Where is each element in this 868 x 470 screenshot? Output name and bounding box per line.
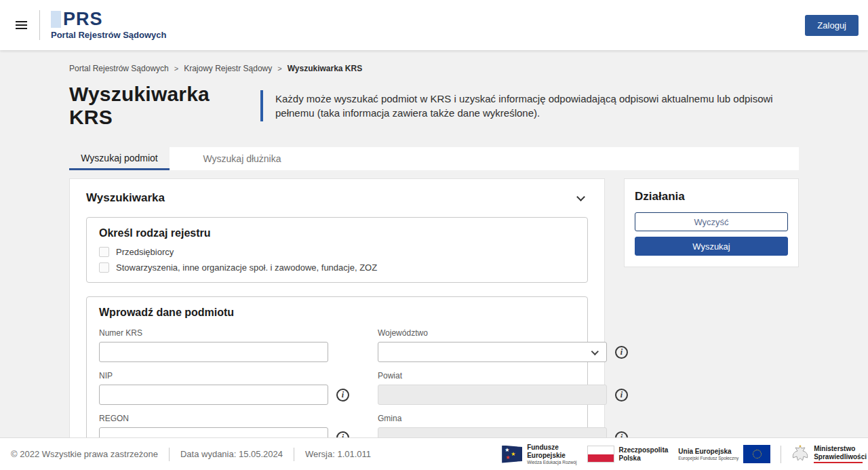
- checkbox-label: Stowarzyszenia, inne organizacje społ. i…: [116, 262, 377, 273]
- brand-name: Portal Rejestrów Sądowych: [51, 30, 167, 40]
- star-icon: ★: [511, 452, 515, 457]
- tab-wyszukaj-podmiot[interactable]: Wyszukaj podmiot: [69, 147, 170, 170]
- field-label: REGON: [99, 414, 351, 423]
- info-icon[interactable]: i: [336, 389, 349, 402]
- logo-unia-europejska: Unia Europejska Europejski Fundusz Społe…: [678, 445, 770, 463]
- info-icon[interactable]: i: [615, 431, 628, 438]
- field-label: Województwo: [378, 328, 628, 338]
- breadcrumb-link-portal[interactable]: Portal Rejestrów Sądowych: [69, 64, 169, 73]
- numer-krs-input[interactable]: [99, 342, 328, 362]
- footer-copyright: © 2022 Wszystkie prawa zastrzeżone: [11, 449, 169, 459]
- breadcrumb: Portal Rejestrów Sądowych > Krajowy Reje…: [69, 50, 799, 73]
- eagle-emblem-icon: [791, 445, 809, 464]
- prs-logo[interactable]: PRS Portal Rejestrów Sądowych: [51, 11, 167, 40]
- footer-version: Wersja: 1.01.011: [294, 449, 382, 459]
- title-accent-bar: [260, 90, 263, 121]
- chevron-down-icon[interactable]: [576, 193, 585, 201]
- gmina-input: [378, 427, 607, 437]
- poland-flag-icon: [587, 446, 614, 463]
- actions-title: Działania: [635, 190, 788, 203]
- logo-mark-icon: [51, 11, 61, 28]
- actions-panel: Działania Wyczyść Wyszukaj: [624, 178, 799, 267]
- page-description: Każdy może wyszukać podmiot w KRS i uzys…: [275, 92, 799, 121]
- search-panel: Wyszukiwarka Określ rodzaj rejestru Prze…: [69, 178, 605, 437]
- title-row: Wyszukiwarka KRS Każdy może wyszukać pod…: [69, 83, 799, 129]
- breadcrumb-separator: >: [277, 64, 281, 73]
- breadcrumb-separator: >: [174, 64, 178, 73]
- powiat-input: [378, 385, 607, 405]
- brand-acronym: PRS: [63, 11, 103, 28]
- footer-logo-divider: [781, 446, 781, 463]
- checkbox-przedsiebiorcy[interactable]: [99, 247, 109, 257]
- field-wojewodztwo: Województwo i: [378, 328, 628, 362]
- fundusze-europejskie-flag-icon: ★ ★ ★: [502, 446, 522, 463]
- regon-input[interactable]: [99, 427, 328, 437]
- logo-ministerstwo-sprawiedliwosci: MinisterstwoSprawiedliwości: [791, 445, 867, 464]
- nip-input[interactable]: [99, 385, 328, 405]
- logo-rzeczpospolita-polska: RzeczpospolitaPolska: [587, 446, 669, 463]
- field-nip: NIP i: [99, 371, 351, 405]
- field-regon: REGON i: [99, 414, 351, 437]
- main-content: Portal Rejestrów Sądowych > Krajowy Reje…: [0, 50, 868, 437]
- login-button[interactable]: Zaloguj: [805, 15, 859, 36]
- breadcrumb-link-krs[interactable]: Krajowy Rejestr Sądowy: [184, 64, 272, 73]
- info-icon[interactable]: i: [336, 431, 349, 438]
- field-powiat: Powiat i: [378, 371, 628, 405]
- field-gmina: Gmina i: [378, 414, 628, 437]
- app-header: PRS Portal Rejestrów Sądowych Zaloguj: [0, 0, 868, 50]
- chevron-down-icon: [591, 348, 599, 355]
- logo-fundusze-europejskie: ★ ★ ★ FunduszeEuropejskie Wiedza Edukacj…: [502, 444, 576, 465]
- footer: © 2022 Wszystkie prawa zastrzeżone Data …: [0, 437, 868, 470]
- menu-icon[interactable]: [12, 16, 30, 34]
- tab-wyszukaj-dluznika[interactable]: Wyszukaj dłużnika: [170, 147, 315, 170]
- clear-button[interactable]: Wyczyść: [635, 212, 788, 231]
- checkbox-row-stowarzyszenia[interactable]: Stowarzyszenia, inne organizacje społ. i…: [99, 262, 575, 273]
- info-icon[interactable]: i: [615, 346, 628, 359]
- star-icon: ★: [505, 448, 509, 453]
- search-button[interactable]: Wyszukaj: [635, 237, 788, 256]
- footer-release-date: Data wydania: 15.05.2024: [170, 449, 294, 459]
- entity-section-title: Wprowadź dane podmiotu: [99, 307, 575, 319]
- checkbox-label: Przedsiębiorcy: [116, 247, 174, 257]
- wojewodztwo-select[interactable]: [378, 342, 607, 362]
- entity-data-section: Wprowadź dane podmiotu Numer KRS NIP: [86, 296, 588, 437]
- eu-flag-icon: [743, 445, 770, 463]
- field-label: NIP: [99, 371, 351, 380]
- field-label: Gmina: [378, 414, 628, 423]
- registry-section-title: Określ rodzaj rejestru: [99, 227, 575, 239]
- field-label: Numer KRS: [99, 328, 351, 338]
- field-numer-krs: Numer KRS: [99, 328, 351, 362]
- header-divider: [39, 10, 40, 40]
- star-icon: ★: [505, 455, 510, 461]
- page-title: Wyszukiwarka KRS: [69, 83, 248, 129]
- breadcrumb-current: Wyszukiwarka KRS: [288, 64, 363, 73]
- checkbox-stowarzyszenia[interactable]: [99, 262, 109, 273]
- registry-type-section: Określ rodzaj rejestru Przedsiębiorcy St…: [86, 217, 588, 283]
- search-panel-title: Wyszukiwarka: [86, 191, 165, 205]
- tab-bar: Wyszukaj podmiot Wyszukaj dłużnika: [69, 147, 799, 170]
- field-label: Powiat: [378, 371, 628, 380]
- ministry-red-underline: [814, 462, 863, 463]
- info-icon[interactable]: i: [615, 389, 628, 402]
- checkbox-row-przedsiebiorcy[interactable]: Przedsiębiorcy: [99, 247, 575, 257]
